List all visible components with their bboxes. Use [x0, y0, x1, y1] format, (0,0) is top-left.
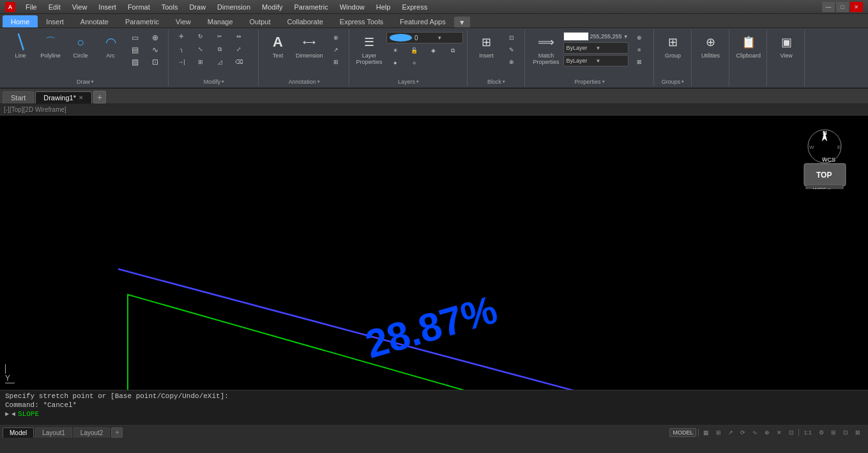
maximize-button[interactable]: □: [836, 2, 849, 12]
tool-erase[interactable]: ⌫: [230, 56, 248, 68]
tool-rect[interactable]: ▭: [126, 32, 144, 43]
tool-insert[interactable]: ⊞ Insert: [473, 31, 501, 61]
status-osnap[interactable]: ∿: [750, 429, 760, 436]
status-panels[interactable]: ⊞: [828, 429, 839, 436]
tool-array[interactable]: ⊞: [192, 56, 209, 68]
tool-prop-extra2[interactable]: ≡: [630, 44, 648, 56]
layer-extra2[interactable]: ✦: [386, 58, 404, 69]
status-scale[interactable]: 1:1: [801, 429, 814, 436]
tab-layout2[interactable]: Layout2: [73, 427, 110, 438]
status-close[interactable]: ⊠: [853, 429, 863, 436]
menu-draw[interactable]: Draw: [184, 2, 211, 12]
tab-model[interactable]: Model: [3, 427, 34, 438]
tab-express-tools[interactable]: Express Tools: [331, 15, 392, 27]
tool-prop-extra3[interactable]: ⊠: [630, 56, 648, 68]
layer-lock-btn[interactable]: 🔓: [406, 45, 423, 56]
tool-scale[interactable]: ⤡: [192, 43, 209, 55]
annotation-dropdown-arrow[interactable]: ▾: [317, 79, 320, 84]
tool-extend[interactable]: →|: [172, 56, 190, 68]
minimize-button[interactable]: —: [822, 2, 835, 12]
tab-view[interactable]: View: [167, 15, 199, 27]
layers-dropdown-arrow[interactable]: ▾: [416, 79, 419, 84]
menu-modify[interactable]: Modify: [257, 2, 287, 12]
menu-window[interactable]: Window: [335, 2, 370, 12]
status-model[interactable]: MODEL: [669, 428, 696, 437]
modify-dropdown-arrow[interactable]: ▾: [222, 79, 224, 84]
tool-table[interactable]: ⊞: [327, 56, 345, 68]
tool-copy[interactable]: ⧉: [211, 43, 229, 55]
tool-clipboard[interactable]: 📋 Clipboard: [735, 31, 763, 61]
tool-region[interactable]: ⊡: [146, 56, 164, 68]
menu-edit[interactable]: Edit: [43, 2, 66, 12]
status-grid[interactable]: ▦: [701, 429, 712, 436]
tool-prop-extra1[interactable]: ⊕: [630, 32, 648, 43]
tool-utilities[interactable]: ⊕ Utilities: [697, 31, 725, 61]
tab-start[interactable]: Start: [3, 91, 34, 104]
menu-help[interactable]: Help: [371, 2, 396, 12]
tool-fillet[interactable]: ╮: [172, 43, 190, 55]
new-tab-button[interactable]: +: [93, 91, 106, 104]
tab-annotate[interactable]: Annotate: [72, 15, 117, 27]
block-dropdown-arrow[interactable]: ▾: [503, 79, 505, 84]
menu-dimension[interactable]: Dimension: [212, 2, 255, 12]
tool-trim[interactable]: ✂: [211, 31, 229, 42]
tool-hatch[interactable]: ▤: [126, 44, 144, 56]
tool-ellipse[interactable]: ⊕: [146, 32, 164, 43]
tab-extra[interactable]: ▼: [454, 17, 470, 27]
tool-create-block[interactable]: ⊡: [503, 32, 521, 43]
status-settings[interactable]: ⚙: [816, 429, 826, 436]
menu-format[interactable]: Format: [123, 2, 155, 12]
tool-polyline[interactable]: ⌒ Polyline: [36, 31, 65, 61]
tool-move[interactable]: ✛: [172, 31, 190, 42]
layer-freeze-btn[interactable]: ☀: [386, 45, 404, 56]
menu-insert[interactable]: Insert: [93, 2, 121, 12]
tab-layout1[interactable]: Layout1: [35, 427, 72, 438]
tool-centermark[interactable]: ⊕: [327, 32, 345, 43]
tool-match-properties[interactable]: ⟹ Match Properties: [531, 31, 561, 67]
draw-dropdown-arrow[interactable]: ▾: [91, 79, 94, 84]
linetype1-select[interactable]: ByLayer ▼: [563, 42, 628, 54]
tool-circle[interactable]: ○ Circle: [66, 31, 95, 61]
tool-define-attrib[interactable]: ⊕: [503, 56, 521, 68]
menu-tools[interactable]: Tools: [156, 2, 183, 12]
groups-dropdown-arrow[interactable]: ▾: [681, 79, 684, 84]
tool-chamfer[interactable]: ◿: [211, 56, 229, 68]
tool-view[interactable]: ▣ View: [772, 31, 800, 61]
menu-file[interactable]: File: [20, 2, 42, 12]
drawing-canvas[interactable]: 28.87% Y WCS N S E W: [0, 116, 868, 390]
tab-manage[interactable]: Manage: [199, 15, 241, 27]
status-workspace[interactable]: ⊡: [841, 429, 851, 436]
layer-extra1[interactable]: ⧉: [444, 45, 462, 56]
tool-stretch[interactable]: ⤢: [230, 43, 248, 55]
layer-color-btn[interactable]: ◈: [425, 45, 443, 56]
tool-dimension[interactable]: ⟷ Dimension: [294, 31, 325, 61]
add-layout-button[interactable]: +: [111, 427, 123, 438]
color-dropdown-arrow[interactable]: ▼: [623, 34, 628, 40]
tool-layer-properties[interactable]: ☰ Layer Properties: [354, 31, 385, 67]
status-ucs[interactable]: ✕: [774, 429, 784, 436]
tool-gradient[interactable]: ▨: [126, 56, 144, 68]
status-ortho[interactable]: ↗: [726, 429, 736, 436]
tool-text[interactable]: A Text: [264, 31, 292, 61]
status-dyn[interactable]: ⊡: [786, 429, 796, 436]
properties-dropdown-arrow[interactable]: ▾: [602, 79, 605, 84]
menu-express[interactable]: Express: [397, 2, 432, 12]
command-input[interactable]: [18, 410, 146, 418]
layer-extra3[interactable]: ✧: [406, 58, 423, 69]
status-otrack[interactable]: ⊕: [762, 429, 772, 436]
menu-parametric[interactable]: Parametric: [289, 2, 333, 12]
tool-mirror[interactable]: ⇔: [230, 31, 248, 42]
tool-spline[interactable]: ∿: [146, 44, 164, 56]
status-snap[interactable]: ⊞: [713, 429, 724, 436]
tab-home[interactable]: Home: [3, 15, 38, 27]
tool-rotate[interactable]: ↻: [192, 31, 209, 42]
close-button[interactable]: ✕: [850, 2, 863, 12]
tool-line[interactable]: ╱ Line: [6, 31, 34, 61]
tab-output[interactable]: Output: [241, 15, 279, 27]
tool-group[interactable]: ⊞ Group: [659, 31, 687, 61]
tab-drawing1[interactable]: Drawing1* ✕: [35, 91, 92, 104]
tab-featured-apps[interactable]: Featured Apps: [392, 15, 454, 27]
layer-select[interactable]: 0 ▼: [386, 32, 463, 43]
linetype2-select[interactable]: ByLayer ▼: [563, 55, 628, 66]
tool-block-editor[interactable]: ✎: [503, 44, 521, 56]
